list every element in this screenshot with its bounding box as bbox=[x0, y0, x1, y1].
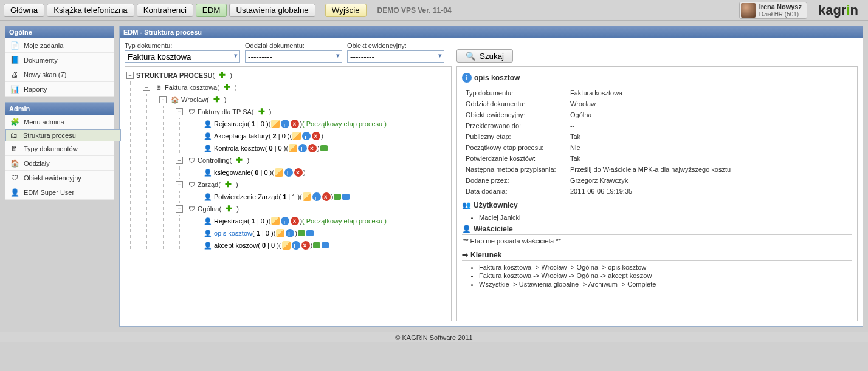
tree-toggle[interactable]: − bbox=[159, 96, 167, 103]
filter-evidence-select[interactable]: --------- bbox=[347, 50, 444, 63]
top-toolbar: GłównaKsiążka telefonicznaKontrahenciEDM… bbox=[0, 0, 868, 21]
info-icon[interactable] bbox=[286, 229, 294, 237]
tree-toggle[interactable]: − bbox=[176, 205, 183, 213]
edit-icon[interactable] bbox=[289, 144, 297, 152]
edit-icon[interactable] bbox=[282, 241, 291, 250]
object-label[interactable]: Controlling bbox=[198, 154, 230, 166]
process-icon: 🗂 bbox=[9, 131, 19, 140]
filter-doctype-select[interactable]: Faktura kosztowa bbox=[125, 50, 240, 63]
flow-green-icon bbox=[334, 194, 341, 200]
info-icon[interactable] bbox=[284, 168, 293, 177]
sidebar-item-new-scan[interactable]: 🖨Nowy skan (7) bbox=[5, 67, 114, 82]
del-icon[interactable] bbox=[291, 120, 299, 128]
del-icon[interactable] bbox=[301, 241, 310, 250]
branches-icon: 🏠 bbox=[9, 158, 20, 168]
prop-value: Faktura kosztowa bbox=[568, 88, 851, 98]
info-icon[interactable] bbox=[281, 120, 289, 128]
add-button[interactable]: ✚ bbox=[223, 204, 235, 213]
stage-name[interactable]: Akceptacja faktury bbox=[214, 130, 269, 142]
sidebar-item-branches[interactable]: 🏠Oddziały bbox=[5, 156, 114, 171]
nav-ustawienia-globalne[interactable]: Ustawienia globalne bbox=[229, 4, 315, 17]
sidebar-item-evidence-object[interactable]: 🛡Obiekt ewidencyjny bbox=[5, 171, 114, 185]
nav-edm[interactable]: EDM bbox=[196, 4, 227, 17]
sidebar-item-edm-superuser[interactable]: 👤EDM Super User bbox=[5, 185, 114, 200]
add-button[interactable]: ✚ bbox=[256, 107, 267, 116]
tree-toggle[interactable]: − bbox=[176, 108, 183, 115]
branch-label[interactable]: Wrocław bbox=[181, 94, 207, 106]
sidebar-item-reports[interactable]: 📊Raporty bbox=[5, 82, 114, 97]
nav-exit[interactable]: Wyjście bbox=[325, 4, 367, 17]
object-label[interactable]: Zarząd bbox=[198, 179, 218, 191]
sidebar-item-admin-menu[interactable]: 🧩Menu admina bbox=[5, 115, 114, 129]
edit-icon[interactable] bbox=[271, 120, 280, 128]
sidebar-item-label: Dokumenty bbox=[24, 56, 58, 64]
sidebar-item-my-tasks[interactable]: 📄Moje zadania bbox=[5, 38, 114, 53]
del-icon[interactable] bbox=[294, 168, 303, 177]
superuser-icon: 👤 bbox=[9, 188, 20, 197]
user-box[interactable]: Irena Nowysz Dział HR (501) bbox=[739, 2, 807, 19]
tree-toggle[interactable]: − bbox=[143, 84, 150, 91]
sidebar-group-title: Admin bbox=[5, 103, 114, 115]
object-label[interactable]: Faktury dla TP SA bbox=[198, 106, 252, 118]
info-icon[interactable] bbox=[302, 132, 311, 140]
del-icon[interactable] bbox=[308, 144, 317, 152]
stage-name[interactable]: Kontrola kosztów bbox=[214, 142, 265, 154]
edit-icon[interactable] bbox=[276, 229, 284, 237]
del-icon[interactable] bbox=[322, 192, 331, 201]
prop-value: Nie bbox=[568, 143, 851, 152]
edit-icon[interactable] bbox=[292, 132, 301, 140]
edit-icon[interactable] bbox=[275, 168, 283, 177]
users-icon: 👥 bbox=[462, 201, 471, 209]
add-button[interactable]: ✚ bbox=[222, 180, 234, 189]
stage-name[interactable]: ksiegowanie bbox=[214, 166, 251, 179]
stage-icon: 👤 bbox=[203, 227, 213, 239]
nav-kontrahenci[interactable]: Kontrahenci bbox=[137, 4, 193, 17]
prop-value: Tak bbox=[568, 154, 851, 163]
stage-counts: ( 0 | 0 ) bbox=[251, 166, 272, 179]
add-button[interactable]: ✚ bbox=[211, 95, 222, 104]
del-icon[interactable] bbox=[312, 132, 320, 140]
sidebar-item-documents[interactable]: 📘Dokumenty bbox=[5, 53, 114, 67]
sidebar-item-label: Menu admina bbox=[24, 118, 64, 126]
prop-key: Oddział dokumentu: bbox=[463, 99, 567, 109]
info-icon[interactable] bbox=[292, 241, 300, 250]
evidence-icon: 🛡 bbox=[9, 173, 20, 183]
info-icon[interactable] bbox=[312, 192, 321, 201]
tree-toggle[interactable]: − bbox=[126, 72, 134, 79]
sidebar-group-body: 🧩Menu admina🗂Struktura procesu🗎Typy doku… bbox=[5, 115, 114, 200]
filter-branch-select[interactable]: --------- bbox=[245, 50, 342, 63]
direction-list: Faktura kosztowa -> Wrocław -> Ogólna ->… bbox=[479, 264, 852, 288]
object-label[interactable]: Ogólna bbox=[198, 203, 219, 215]
stage-name[interactable]: opis kosztow bbox=[214, 227, 252, 239]
tree-toggle[interactable]: − bbox=[176, 157, 183, 164]
stage-name[interactable]: Rejestracja bbox=[214, 215, 247, 227]
filters-row: Typ dokumentu: Faktura kosztowa Oddział … bbox=[120, 38, 863, 66]
info-icon[interactable] bbox=[298, 144, 307, 152]
direction-item: Wszystkie -> Ustawienia globalne -> Arch… bbox=[479, 281, 852, 288]
search-button[interactable]: 🔍 Szukaj bbox=[456, 49, 513, 63]
tree-toggle[interactable]: − bbox=[176, 181, 183, 188]
stage-name[interactable]: Rejestracja bbox=[214, 118, 247, 130]
task-icon: 📄 bbox=[9, 41, 20, 50]
sidebar-item-process-structure[interactable]: 🗂Struktura procesu bbox=[5, 129, 121, 141]
stage-name[interactable]: Potwierdzenie Zarząd bbox=[214, 191, 278, 203]
sidebar-item-label: EDM Super User bbox=[24, 189, 74, 196]
stage-name[interactable]: akcept koszow bbox=[214, 239, 258, 251]
nav-główna[interactable]: Główna bbox=[4, 4, 44, 17]
stage-icon: 👤 bbox=[203, 191, 213, 203]
prop-value: Tak bbox=[568, 132, 851, 141]
add-button[interactable]: ✚ bbox=[216, 70, 228, 80]
add-button[interactable]: ✚ bbox=[233, 155, 245, 165]
nav-książka-telefoniczna[interactable]: Książka telefoniczna bbox=[47, 4, 134, 17]
user-name: Irena Nowysz bbox=[759, 3, 802, 10]
flow-blue-icon bbox=[342, 194, 350, 200]
del-icon[interactable] bbox=[291, 217, 299, 225]
add-button[interactable]: ✚ bbox=[221, 83, 233, 92]
edit-icon[interactable] bbox=[271, 217, 280, 225]
info-icon[interactable] bbox=[281, 217, 289, 225]
sidebar-item-doc-types[interactable]: 🗎Typy dokumentów bbox=[5, 141, 114, 156]
prop-key: Początkowy etap procesu: bbox=[463, 143, 567, 152]
user-text: Irena Nowysz Dział HR (501) bbox=[759, 3, 802, 18]
edit-icon[interactable] bbox=[303, 192, 311, 201]
doctype-label[interactable]: Faktura kosztowa bbox=[165, 81, 217, 94]
